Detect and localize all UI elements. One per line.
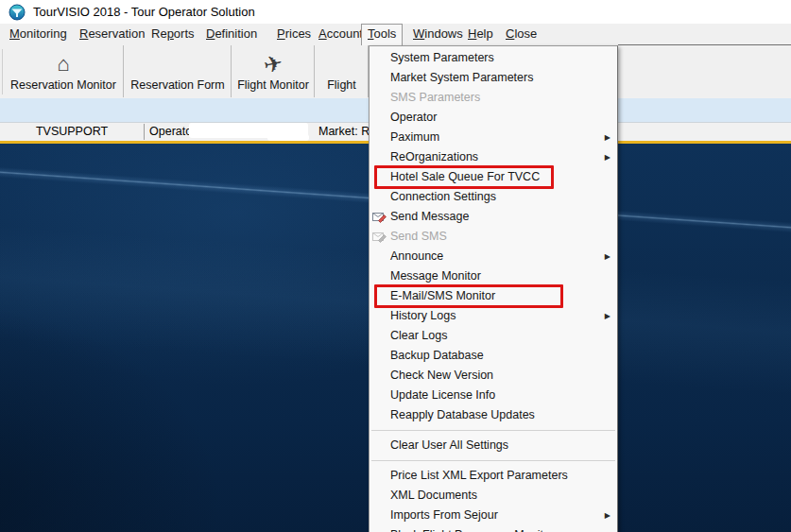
toolbar-button-flight-monitor[interactable]: ✈Flight Monitor [232, 45, 315, 97]
menu-item-label: Clear User All Settings [390, 438, 508, 452]
tools-dropdown-menu: System ParametersMarket System Parameter… [369, 45, 618, 532]
menubar-item-definition[interactable]: Definition [200, 24, 263, 43]
menu-item-label: Reapply Database Updates [390, 408, 535, 421]
menu-item-label: Price List XML Export Parameters [390, 469, 568, 482]
menu-item-clear-logs[interactable]: Clear Logs [370, 326, 617, 346]
menu-item-label: Backup Database [390, 349, 484, 362]
menu-item-sms-parameters: SMS Parameters [370, 88, 617, 108]
submenu-arrow-icon: ▶ [605, 128, 610, 147]
menu-item-operator[interactable]: Operator [370, 108, 617, 128]
menu-item-label: System Parameters [390, 51, 494, 64]
message-icon [372, 230, 387, 244]
submenu-arrow-icon: ▶ [605, 247, 610, 266]
menubar-item-reservation[interactable]: Reservation [74, 24, 150, 43]
menu-item-label: Market System Parameters [390, 71, 533, 84]
menu-item-price-list-xml-export-parameters[interactable]: Price List XML Export Parameters [370, 466, 617, 486]
toolbar-button-label: Flight Monitor [237, 78, 309, 92]
menubar-item-tools[interactable]: Tools [361, 24, 403, 46]
menu-item-market-system-parameters[interactable]: Market System Parameters [370, 68, 617, 88]
menu-item-label: Hotel Sale Queue For TVCC [390, 170, 540, 183]
submenu-arrow-icon: ▶ [605, 506, 610, 525]
menu-item-label: Block Flight Passenger Monitor [390, 528, 554, 532]
toolbar-top-border [618, 44, 791, 45]
menu-item-label: XML Documents [390, 489, 477, 502]
menu-item-label: Operator [390, 111, 437, 124]
toolbar-button-label: Flight [327, 78, 356, 92]
menu-item-backup-database[interactable]: Backup Database [370, 346, 617, 366]
menu-item-label: Imports From Sejour [390, 508, 498, 522]
status-market-label: Market: R [318, 123, 370, 141]
title-bar: TourVISIO 2018 - Tour Operator Solution [0, 0, 791, 24]
menu-item-history-logs[interactable]: History Logs▶ [370, 306, 617, 326]
toolbar-button-reservation-monitor[interactable]: ⌂Reservation Monitor [4, 45, 124, 97]
message-icon [372, 210, 387, 224]
menu-item-block-flight-passenger-monitor[interactable]: Block Flight Passenger Monitor [370, 525, 617, 532]
menu-item-label: ReOrganizations [390, 150, 478, 163]
menu-separator [370, 425, 617, 436]
menu-item-imports-from-sejour[interactable]: Imports From Sejour▶ [370, 506, 617, 525]
submenu-arrow-icon: ▶ [605, 306, 610, 326]
menu-item-label: Paximum [390, 130, 439, 144]
menu-item-send-message[interactable]: Send Message [370, 207, 617, 227]
menu-item-xml-documents[interactable]: XML Documents [370, 486, 617, 506]
house-icon: ⌂ [57, 52, 69, 77]
menu-item-reapply-database-updates[interactable]: Reapply Database Updates [370, 405, 617, 425]
menu-item-label: Check New Version [390, 369, 493, 382]
redacted-operator-value-edge [267, 134, 309, 141]
menu-item-label: Clear Logs [390, 329, 447, 342]
window-title: TourVISIO 2018 - Tour Operator Solution [33, 5, 255, 19]
menu-bar: MonitoringReservationReportsDefinitionPr… [0, 24, 791, 46]
menu-item-clear-user-all-settings[interactable]: Clear User All Settings [370, 436, 617, 455]
menu-item-message-monitor[interactable]: Message Monitor [370, 266, 617, 286]
menu-item-label: Message Monitor [390, 269, 481, 283]
status-separator [144, 124, 145, 140]
menubar-item-help[interactable]: Help [462, 24, 499, 43]
tourvisio-logo-icon [9, 4, 26, 21]
menu-item-label: Update License Info [390, 388, 495, 402]
menubar-item-windows[interactable]: Windows [407, 24, 469, 43]
menu-item-announce[interactable]: Announce▶ [370, 247, 617, 266]
menubar-item-prices[interactable]: Prices [271, 24, 317, 43]
menu-item-reorganizations[interactable]: ReOrganizations▶ [370, 147, 617, 167]
submenu-arrow-icon: ▶ [605, 147, 610, 167]
status-user: TVSUPPORT [0, 123, 144, 141]
menu-item-send-sms: Send SMS [370, 227, 617, 247]
menu-item-label: E-Mail/SMS Monitor [390, 289, 495, 302]
menu-item-label: History Logs [390, 309, 456, 322]
toolbar-button-label: Reservation Form [130, 78, 224, 92]
menu-item-system-parameters[interactable]: System Parameters [370, 48, 617, 68]
menubar-item-reports[interactable]: Reports [146, 24, 200, 43]
toolbar-button-flight[interactable]: Flight [316, 45, 369, 97]
menu-item-e-mail-sms-monitor[interactable]: E-Mail/SMS Monitor [370, 286, 617, 306]
toolbar-button-label: Reservation Monitor [10, 78, 116, 92]
menu-item-update-license-info[interactable]: Update License Info [370, 386, 617, 405]
menu-item-label: Send Message [390, 210, 469, 223]
menu-item-hotel-sale-queue-for-tvcc[interactable]: Hotel Sale Queue For TVCC [370, 167, 617, 187]
menu-item-paximum[interactable]: Paximum▶ [370, 128, 617, 147]
menu-item-label: Send SMS [390, 230, 447, 243]
menu-item-check-new-version[interactable]: Check New Version [370, 366, 617, 386]
menu-item-label: SMS Parameters [390, 91, 480, 104]
menubar-item-monitoring[interactable]: Monitoring [4, 24, 73, 43]
menu-item-connection-settings[interactable]: Connection Settings [370, 187, 617, 207]
menubar-item-close[interactable]: Close [500, 24, 542, 43]
menu-separator [370, 455, 617, 466]
airplane-icon: ✈ [261, 50, 284, 78]
menu-item-label: Announce [390, 249, 443, 263]
toolbar-button-reservation-form[interactable]: Reservation Form [125, 45, 232, 97]
menu-item-label: Connection Settings [390, 190, 496, 203]
